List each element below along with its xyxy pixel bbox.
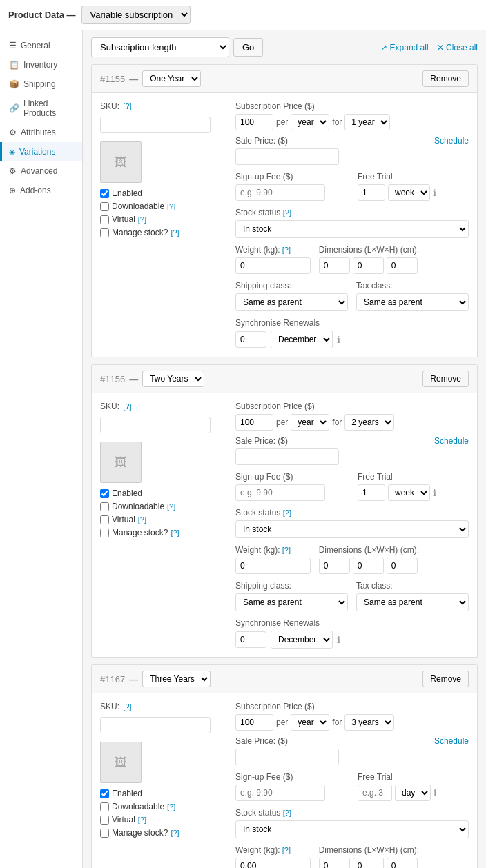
length-select-3[interactable]: 3 years xyxy=(344,714,394,731)
variation-header-1: #1155 — One Year Remove xyxy=(92,65,477,93)
weight-input-1[interactable] xyxy=(235,257,311,274)
attributes-icon: ⚙ xyxy=(9,128,17,137)
length-select-2[interactable]: 2 years xyxy=(344,414,394,431)
dim-w-1[interactable] xyxy=(353,257,384,274)
variations-icon: ◈ xyxy=(9,147,15,157)
virtual-checkbox-2[interactable]: Virtual [?] xyxy=(100,515,224,524)
variation-id-1: #1155 xyxy=(100,74,125,84)
weight-input-3[interactable] xyxy=(235,858,311,868)
sync-month-1[interactable]: December xyxy=(271,331,333,348)
stock-select-3[interactable]: In stock xyxy=(235,820,469,838)
manage-stock-checkbox-3[interactable]: Manage stock? [?] xyxy=(100,828,224,838)
sale-price-input-1[interactable] xyxy=(235,148,339,165)
close-all-link[interactable]: ✕ Close all xyxy=(437,43,478,52)
sidebar-item-addons[interactable]: ⊕ Add-ons xyxy=(0,181,82,200)
sale-price-input-3[interactable] xyxy=(235,749,339,765)
downloadable-checkbox-1[interactable]: Downloadable [?] xyxy=(100,201,224,211)
period-select-2[interactable]: year xyxy=(291,414,329,431)
variation-name-select-2[interactable]: Two Years xyxy=(142,371,204,387)
free-trial-period-2[interactable]: week xyxy=(388,484,430,501)
dim-w-2[interactable] xyxy=(353,558,384,574)
free-trial-input-2[interactable] xyxy=(358,484,385,501)
sku-help-1[interactable]: [?] xyxy=(123,102,131,110)
sale-price-input-2[interactable] xyxy=(235,448,339,465)
thumb-3[interactable]: 🖼 xyxy=(100,742,142,783)
go-button[interactable]: Go xyxy=(233,38,263,57)
length-select-1[interactable]: 1 year xyxy=(344,114,390,130)
variation-header-2: #1156 — Two Years Remove xyxy=(92,365,477,393)
sidebar-item-inventory[interactable]: 📋 Inventory xyxy=(0,55,82,75)
downloadable-checkbox-2[interactable]: Downloadable [?] xyxy=(100,502,224,511)
addons-icon: ⊕ xyxy=(9,186,16,195)
period-select-1[interactable]: year xyxy=(291,114,329,130)
price-input-2[interactable] xyxy=(235,414,273,431)
dim-h-1[interactable] xyxy=(387,257,418,274)
period-select-3[interactable]: year xyxy=(291,714,329,731)
filter-select[interactable]: Subscription length xyxy=(91,37,229,57)
sku-help-2[interactable]: [?] xyxy=(123,402,131,411)
price-input-1[interactable] xyxy=(235,114,273,130)
virtual-checkbox-1[interactable]: Virtual [?] xyxy=(100,215,224,224)
remove-button-2[interactable]: Remove xyxy=(422,371,469,387)
enabled-checkbox-2[interactable]: Enabled xyxy=(100,489,224,498)
weight-input-2[interactable] xyxy=(235,558,311,574)
dim-l-3[interactable] xyxy=(319,858,350,868)
enabled-checkbox-3[interactable]: Enabled xyxy=(100,789,224,798)
general-icon: ☰ xyxy=(9,41,17,50)
sync-input-1[interactable] xyxy=(235,331,266,348)
sync-month-2[interactable]: December xyxy=(271,631,333,649)
remove-button-3[interactable]: Remove xyxy=(422,671,469,687)
sku-input-1[interactable] xyxy=(100,117,211,133)
manage-stock-checkbox-1[interactable]: Manage stock? [?] xyxy=(100,228,224,237)
sync-input-2[interactable] xyxy=(235,631,266,648)
variation-panel-1: #1155 — One Year Remove SKU: [?] 🖼 xyxy=(91,64,478,357)
schedule-link-3[interactable]: Schedule xyxy=(434,736,469,746)
signup-fee-input-3[interactable] xyxy=(235,785,325,801)
product-type-select[interactable]: Variable subscription xyxy=(81,6,191,24)
sidebar-item-variations[interactable]: ◈ Variations xyxy=(0,142,82,161)
remove-button-1[interactable]: Remove xyxy=(422,70,469,87)
stock-select-1[interactable]: In stock xyxy=(235,220,469,238)
free-trial-period-1[interactable]: week xyxy=(388,184,430,201)
sku-help-3[interactable]: [?] xyxy=(123,702,131,711)
variation-name-select-3[interactable]: Three Years xyxy=(142,671,211,687)
sidebar-item-linked-products[interactable]: 🔗 Linked Products xyxy=(0,94,82,123)
sidebar: ☰ General 📋 Inventory 📦 Shipping 🔗 Linke… xyxy=(0,30,83,868)
signup-fee-input-2[interactable] xyxy=(235,484,325,501)
shipping-select-2[interactable]: Same as parent xyxy=(235,593,348,611)
variation-name-select-1[interactable]: One Year xyxy=(142,70,201,87)
thumb-1[interactable]: 🖼 xyxy=(100,141,142,183)
sku-input-3[interactable] xyxy=(100,717,211,733)
product-data-header: Product Data — Variable subscription xyxy=(0,0,486,30)
downloadable-checkbox-3[interactable]: Downloadable [?] xyxy=(100,802,224,811)
linked-icon: 🔗 xyxy=(9,103,19,113)
expand-all-link[interactable]: ↗ Expand all xyxy=(380,43,428,52)
sku-input-2[interactable] xyxy=(100,417,211,433)
variation-body-3: SKU: [?] 🖼 Enabled Downloadable [?] xyxy=(92,693,477,868)
dim-l-1[interactable] xyxy=(319,257,350,274)
sidebar-item-general[interactable]: ☰ General xyxy=(0,36,82,55)
virtual-checkbox-3[interactable]: Virtual [?] xyxy=(100,815,224,825)
free-trial-input-3[interactable] xyxy=(358,785,392,801)
tax-select-2[interactable]: Same as parent xyxy=(356,593,469,611)
dim-l-2[interactable] xyxy=(319,558,350,574)
dim-h-2[interactable] xyxy=(387,558,418,574)
main-content: Subscription length Go ↗ Expand all ✕ Cl… xyxy=(83,30,486,868)
dim-h-3[interactable] xyxy=(387,858,418,868)
free-trial-input-1[interactable] xyxy=(358,184,385,201)
enabled-checkbox-1[interactable]: Enabled xyxy=(100,188,224,198)
thumb-2[interactable]: 🖼 xyxy=(100,442,142,483)
schedule-link-1[interactable]: Schedule xyxy=(434,136,469,146)
sidebar-item-shipping[interactable]: 📦 Shipping xyxy=(0,75,82,94)
tax-select-1[interactable]: Same as parent xyxy=(356,293,469,311)
sidebar-item-advanced[interactable]: ⚙ Advanced xyxy=(0,161,82,181)
manage-stock-checkbox-2[interactable]: Manage stock? [?] xyxy=(100,528,224,537)
dim-w-3[interactable] xyxy=(353,858,384,868)
signup-fee-input-1[interactable] xyxy=(235,184,325,201)
schedule-link-2[interactable]: Schedule xyxy=(434,436,469,446)
stock-select-2[interactable]: In stock xyxy=(235,520,469,538)
sidebar-item-attributes[interactable]: ⚙ Attributes xyxy=(0,123,82,142)
free-trial-period-3[interactable]: day xyxy=(395,785,431,801)
price-input-3[interactable] xyxy=(235,714,273,731)
shipping-select-1[interactable]: Same as parent xyxy=(235,293,348,311)
